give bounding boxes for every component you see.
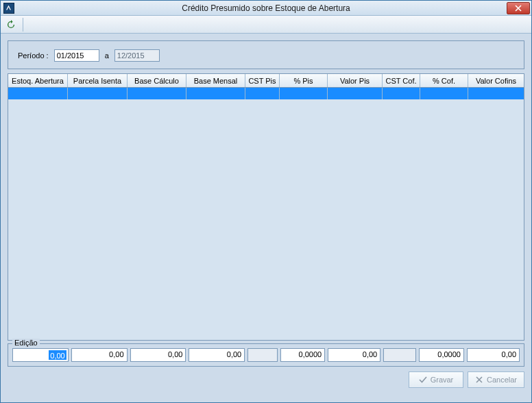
window-frame: Crédito Presumido sobre Estoque de Abert… bbox=[0, 0, 532, 403]
edit-legend: Edição bbox=[12, 339, 40, 347]
refresh-button[interactable] bbox=[3, 17, 19, 32]
cell[interactable] bbox=[128, 88, 186, 99]
edit-estoq-abertura[interactable]: 0,00 bbox=[12, 348, 69, 362]
period-start-input[interactable] bbox=[54, 49, 99, 62]
cell[interactable] bbox=[420, 88, 468, 99]
footer: Gravar Cancelar bbox=[1, 369, 531, 393]
cancel-label: Cancelar bbox=[487, 376, 517, 384]
cell[interactable] bbox=[328, 88, 383, 99]
edit-cst-cof[interactable] bbox=[383, 348, 416, 362]
col-header[interactable]: % Pis bbox=[280, 74, 328, 87]
window-title: Crédito Presumido sobre Estoque de Abert… bbox=[1, 3, 531, 13]
cell[interactable] bbox=[8, 88, 68, 99]
col-header[interactable]: CST Pis bbox=[245, 74, 280, 87]
refresh-icon bbox=[6, 20, 16, 29]
edit-value: 0,00 bbox=[49, 350, 66, 360]
edit-base-mensal[interactable]: 0,00 bbox=[189, 348, 245, 362]
period-panel: Período : a bbox=[8, 40, 524, 69]
titlebar: Crédito Presumido sobre Estoque de Abert… bbox=[1, 1, 531, 16]
edit-valor-pis[interactable]: 0,00 bbox=[328, 348, 380, 362]
cancel-icon bbox=[475, 376, 483, 384]
close-button[interactable] bbox=[507, 2, 530, 14]
cell[interactable] bbox=[468, 88, 524, 99]
col-header[interactable]: Base Cálculo bbox=[128, 74, 186, 87]
save-label: Gravar bbox=[431, 376, 454, 384]
grid-header: Estoq. Abertura Parcela Isenta Base Cálc… bbox=[8, 74, 524, 88]
toolbar-separator bbox=[23, 18, 23, 32]
cell[interactable] bbox=[280, 88, 328, 99]
period-label: Período : bbox=[18, 51, 49, 60]
period-end-input bbox=[114, 49, 160, 62]
edit-valor-cofins[interactable]: 0,00 bbox=[467, 348, 520, 362]
edit-base-calculo[interactable]: 0,00 bbox=[130, 348, 186, 362]
edit-cst-pis[interactable] bbox=[247, 348, 277, 362]
grid: Estoq. Abertura Parcela Isenta Base Cálc… bbox=[8, 73, 524, 341]
cell[interactable] bbox=[186, 88, 245, 99]
check-icon bbox=[419, 376, 427, 384]
grid-row[interactable] bbox=[8, 88, 524, 99]
period-separator: a bbox=[105, 51, 109, 60]
edit-fieldset: Edição 0,00 0,00 0,00 0,00 0,0000 0,00 0… bbox=[8, 343, 524, 367]
col-header[interactable]: Valor Cofins bbox=[468, 74, 524, 87]
close-icon bbox=[515, 5, 522, 12]
col-header[interactable]: % Cof. bbox=[420, 74, 468, 87]
edit-row: 0,00 0,00 0,00 0,00 0,0000 0,00 0,0000 0… bbox=[12, 348, 520, 362]
body: Período : a Estoq. Abertura Parcela Isen… bbox=[1, 34, 531, 402]
col-header[interactable]: Valor Pis bbox=[328, 74, 383, 87]
cell[interactable] bbox=[245, 88, 280, 99]
save-button[interactable]: Gravar bbox=[409, 371, 463, 388]
col-header[interactable]: Estoq. Abertura bbox=[8, 74, 68, 87]
app-icon bbox=[3, 3, 14, 14]
grid-body[interactable] bbox=[8, 88, 524, 340]
col-header[interactable]: CST Cof. bbox=[383, 74, 420, 87]
cancel-button[interactable]: Cancelar bbox=[468, 371, 524, 388]
edit-pct-cof[interactable]: 0,0000 bbox=[419, 348, 464, 362]
cell[interactable] bbox=[383, 88, 420, 99]
edit-parcela-isenta[interactable]: 0,00 bbox=[71, 348, 128, 362]
cell[interactable] bbox=[68, 88, 128, 99]
toolbar bbox=[1, 16, 531, 34]
edit-pct-pis[interactable]: 0,0000 bbox=[280, 348, 326, 362]
col-header[interactable]: Parcela Isenta bbox=[68, 74, 128, 87]
col-header[interactable]: Base Mensal bbox=[186, 74, 245, 87]
